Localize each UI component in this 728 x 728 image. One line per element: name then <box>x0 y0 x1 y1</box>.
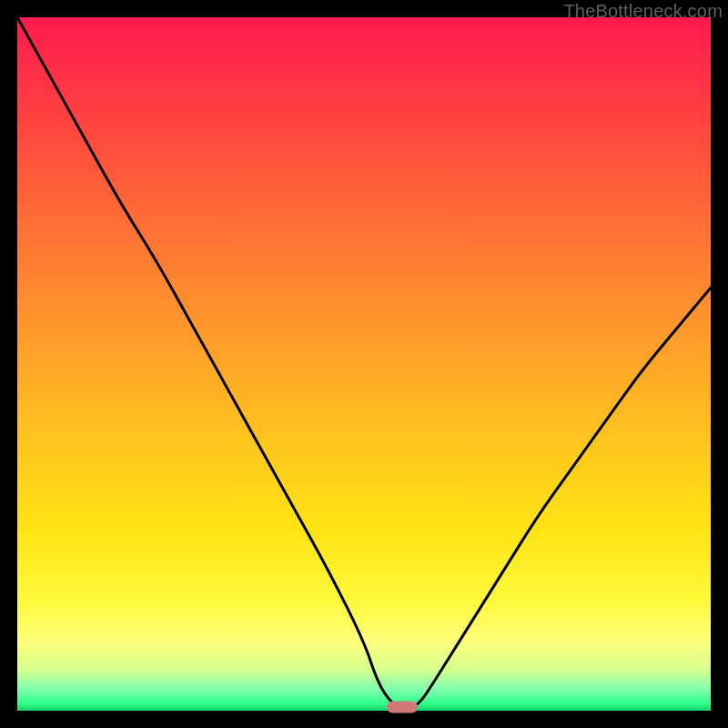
optimal-point-marker <box>387 702 418 713</box>
watermark-text: TheBottleneck.com <box>563 1 723 22</box>
chart-plot-area <box>17 17 711 711</box>
chart-frame: TheBottleneck.com <box>0 0 728 728</box>
bottleneck-curve <box>17 17 711 711</box>
